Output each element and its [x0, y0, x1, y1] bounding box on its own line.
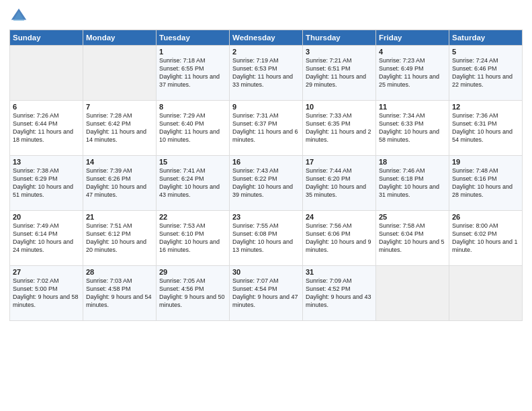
day-info: Sunrise: 7:26 AM Sunset: 6:44 PM Dayligh… [13, 111, 80, 144]
calendar-cell: 21Sunrise: 7:51 AM Sunset: 6:12 PM Dayli… [83, 211, 157, 266]
calendar-cell: 5Sunrise: 7:24 AM Sunset: 6:46 PM Daylig… [449, 46, 523, 101]
day-number: 28 [86, 268, 153, 276]
day-number: 3 [306, 48, 373, 56]
day-number: 9 [232, 103, 300, 111]
col-sunday: Sunday [10, 30, 83, 46]
calendar-cell [376, 266, 449, 321]
header [9, 7, 523, 26]
calendar-cell: 30Sunrise: 7:07 AM Sunset: 4:54 PM Dayli… [230, 266, 303, 321]
day-info: Sunrise: 7:43 AM Sunset: 6:22 PM Dayligh… [232, 167, 300, 199]
calendar-cell: 15Sunrise: 7:41 AM Sunset: 6:24 PM Dayli… [157, 156, 230, 211]
calendar-cell: 9Sunrise: 7:31 AM Sunset: 6:37 PM Daylig… [230, 101, 303, 156]
day-info: Sunrise: 7:55 AM Sunset: 6:08 PM Dayligh… [232, 222, 300, 255]
calendar-cell: 24Sunrise: 7:56 AM Sunset: 6:06 PM Dayli… [303, 211, 376, 266]
calendar-cell: 19Sunrise: 7:48 AM Sunset: 6:16 PM Dayli… [449, 156, 523, 211]
day-number: 16 [232, 158, 300, 166]
header-row: Sunday Monday Tuesday Wednesday Thursday… [10, 30, 523, 46]
day-number: 13 [13, 158, 80, 166]
day-number: 8 [159, 103, 226, 111]
calendar-cell: 11Sunrise: 7:34 AM Sunset: 6:33 PM Dayli… [376, 101, 449, 156]
day-info: Sunrise: 7:09 AM Sunset: 4:52 PM Dayligh… [306, 277, 373, 310]
calendar-cell: 20Sunrise: 7:49 AM Sunset: 6:14 PM Dayli… [10, 211, 83, 266]
day-number: 29 [159, 268, 226, 276]
day-info: Sunrise: 7:48 AM Sunset: 6:16 PM Dayligh… [452, 167, 519, 199]
day-info: Sunrise: 7:31 AM Sunset: 6:37 PM Dayligh… [232, 111, 300, 144]
calendar-cell: 23Sunrise: 7:55 AM Sunset: 6:08 PM Dayli… [230, 211, 303, 266]
day-info: Sunrise: 7:24 AM Sunset: 6:46 PM Dayligh… [452, 56, 519, 89]
day-number: 14 [86, 158, 153, 166]
day-info: Sunrise: 7:29 AM Sunset: 6:40 PM Dayligh… [159, 111, 226, 144]
col-friday: Friday [376, 30, 449, 46]
col-monday: Monday [83, 30, 157, 46]
day-info: Sunrise: 7:28 AM Sunset: 6:42 PM Dayligh… [86, 111, 153, 144]
calendar-cell: 22Sunrise: 7:53 AM Sunset: 6:10 PM Dayli… [157, 211, 230, 266]
day-number: 21 [86, 213, 153, 221]
col-thursday: Thursday [303, 30, 376, 46]
calendar-cell [449, 266, 523, 321]
day-info: Sunrise: 7:07 AM Sunset: 4:54 PM Dayligh… [232, 277, 300, 310]
day-info: Sunrise: 7:02 AM Sunset: 5:00 PM Dayligh… [13, 277, 80, 310]
day-number: 6 [13, 103, 80, 111]
calendar-week-5: 27Sunrise: 7:02 AM Sunset: 5:00 PM Dayli… [10, 266, 523, 321]
day-number: 31 [306, 268, 373, 276]
calendar-cell: 3Sunrise: 7:21 AM Sunset: 6:51 PM Daylig… [303, 46, 376, 101]
day-number: 4 [379, 48, 446, 56]
day-number: 2 [232, 48, 300, 56]
day-info: Sunrise: 7:44 AM Sunset: 6:20 PM Dayligh… [306, 167, 373, 199]
calendar-cell: 31Sunrise: 7:09 AM Sunset: 4:52 PM Dayli… [303, 266, 376, 321]
day-number: 22 [159, 213, 226, 221]
day-number: 12 [452, 103, 519, 111]
day-info: Sunrise: 7:19 AM Sunset: 6:53 PM Dayligh… [232, 56, 300, 89]
day-number: 18 [379, 158, 446, 166]
calendar-cell: 8Sunrise: 7:29 AM Sunset: 6:40 PM Daylig… [157, 101, 230, 156]
day-info: Sunrise: 8:00 AM Sunset: 6:02 PM Dayligh… [452, 222, 519, 255]
day-number: 10 [306, 103, 373, 111]
page-container: Sunday Monday Tuesday Wednesday Thursday… [0, 0, 532, 325]
calendar-cell: 10Sunrise: 7:33 AM Sunset: 6:35 PM Dayli… [303, 101, 376, 156]
calendar-cell: 26Sunrise: 8:00 AM Sunset: 6:02 PM Dayli… [449, 211, 523, 266]
logo [9, 7, 31, 26]
day-number: 24 [306, 213, 373, 221]
calendar-cell: 6Sunrise: 7:26 AM Sunset: 6:44 PM Daylig… [10, 101, 83, 156]
day-info: Sunrise: 7:33 AM Sunset: 6:35 PM Dayligh… [306, 111, 373, 144]
calendar-week-3: 13Sunrise: 7:38 AM Sunset: 6:29 PM Dayli… [10, 156, 523, 211]
day-number: 1 [159, 48, 226, 56]
day-info: Sunrise: 7:36 AM Sunset: 6:31 PM Dayligh… [452, 111, 519, 144]
calendar-cell: 16Sunrise: 7:43 AM Sunset: 6:22 PM Dayli… [230, 156, 303, 211]
calendar-cell: 2Sunrise: 7:19 AM Sunset: 6:53 PM Daylig… [230, 46, 303, 101]
calendar-cell: 1Sunrise: 7:18 AM Sunset: 6:55 PM Daylig… [157, 46, 230, 101]
calendar-cell: 4Sunrise: 7:23 AM Sunset: 6:49 PM Daylig… [376, 46, 449, 101]
day-info: Sunrise: 7:49 AM Sunset: 6:14 PM Dayligh… [13, 222, 80, 255]
day-info: Sunrise: 7:34 AM Sunset: 6:33 PM Dayligh… [379, 111, 446, 144]
calendar-cell: 14Sunrise: 7:39 AM Sunset: 6:26 PM Dayli… [83, 156, 157, 211]
day-number: 25 [379, 213, 446, 221]
day-info: Sunrise: 7:53 AM Sunset: 6:10 PM Dayligh… [159, 222, 226, 255]
day-info: Sunrise: 7:18 AM Sunset: 6:55 PM Dayligh… [159, 56, 226, 89]
day-info: Sunrise: 7:58 AM Sunset: 6:04 PM Dayligh… [379, 222, 446, 255]
day-number: 27 [13, 268, 80, 276]
calendar-cell: 12Sunrise: 7:36 AM Sunset: 6:31 PM Dayli… [449, 101, 523, 156]
day-number: 20 [13, 213, 80, 221]
day-number: 17 [306, 158, 373, 166]
day-info: Sunrise: 7:03 AM Sunset: 4:58 PM Dayligh… [86, 277, 153, 310]
calendar-week-2: 6Sunrise: 7:26 AM Sunset: 6:44 PM Daylig… [10, 101, 523, 156]
col-saturday: Saturday [449, 30, 523, 46]
calendar-header: Sunday Monday Tuesday Wednesday Thursday… [10, 30, 523, 46]
calendar-body: 1Sunrise: 7:18 AM Sunset: 6:55 PM Daylig… [10, 46, 523, 321]
day-info: Sunrise: 7:51 AM Sunset: 6:12 PM Dayligh… [86, 222, 153, 255]
day-info: Sunrise: 7:39 AM Sunset: 6:26 PM Dayligh… [86, 167, 153, 199]
day-number: 11 [379, 103, 446, 111]
day-number: 30 [232, 268, 300, 276]
day-info: Sunrise: 7:23 AM Sunset: 6:49 PM Dayligh… [379, 56, 446, 89]
calendar-cell: 27Sunrise: 7:02 AM Sunset: 5:00 PM Dayli… [10, 266, 83, 321]
calendar-cell: 7Sunrise: 7:28 AM Sunset: 6:42 PM Daylig… [83, 101, 157, 156]
calendar-cell: 18Sunrise: 7:46 AM Sunset: 6:18 PM Dayli… [376, 156, 449, 211]
calendar-cell: 25Sunrise: 7:58 AM Sunset: 6:04 PM Dayli… [376, 211, 449, 266]
calendar-week-1: 1Sunrise: 7:18 AM Sunset: 6:55 PM Daylig… [10, 46, 523, 101]
calendar-cell [83, 46, 157, 101]
calendar-cell: 29Sunrise: 7:05 AM Sunset: 4:56 PM Dayli… [157, 266, 230, 321]
calendar-cell: 13Sunrise: 7:38 AM Sunset: 6:29 PM Dayli… [10, 156, 83, 211]
calendar-cell: 28Sunrise: 7:03 AM Sunset: 4:58 PM Dayli… [83, 266, 157, 321]
col-wednesday: Wednesday [230, 30, 303, 46]
logo-icon [9, 7, 28, 26]
